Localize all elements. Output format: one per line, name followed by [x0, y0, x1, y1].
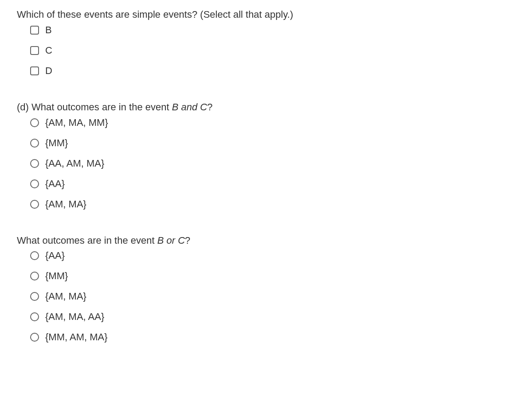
option-row[interactable]: {AM, MA, AA} [30, 312, 532, 322]
option-label: {AM, MA, AA} [45, 312, 104, 322]
radio-icon[interactable] [30, 292, 39, 301]
checkbox-icon[interactable] [30, 26, 39, 35]
question-prompt: What outcomes are in the event B or C? [17, 234, 532, 248]
option-label: D [45, 66, 52, 76]
question-prompt: (d) What outcomes are in the event B and… [17, 101, 532, 114]
radio-icon[interactable] [30, 139, 39, 148]
radio-icon[interactable] [30, 333, 39, 342]
radio-icon[interactable] [30, 200, 39, 209]
option-label: {AA, AM, MA} [45, 159, 104, 168]
question-prompt: Which of these events are simple events?… [17, 8, 532, 22]
option-row[interactable]: {MM} [30, 271, 532, 281]
option-row[interactable]: {AM, MA} [30, 199, 532, 209]
checkbox-icon[interactable] [30, 46, 39, 55]
option-label: B [45, 25, 52, 35]
option-row[interactable]: {AM, MA, MM} [30, 118, 532, 128]
option-row[interactable]: {AA} [30, 251, 532, 261]
option-label: {AM, MA} [45, 199, 86, 209]
option-label: {MM, AM, MA} [45, 332, 108, 342]
option-label: C [45, 46, 52, 55]
option-row[interactable]: D [30, 66, 532, 76]
options-group: {AA} {MM} {AM, MA} {AM, MA, AA} {MM, AM,… [17, 251, 532, 342]
quiz-page: Which of these events are simple events?… [0, 0, 532, 401]
prompt-prefix: (d) What outcomes are in the event [17, 101, 172, 113]
prompt-suffix: ? [207, 101, 212, 113]
option-label: {AA} [45, 251, 65, 261]
radio-icon[interactable] [30, 118, 39, 127]
prompt-italic: B and C [172, 101, 207, 113]
question-simple-events: Which of these events are simple events?… [17, 8, 532, 76]
radio-icon[interactable] [30, 272, 39, 280]
options-group: B C D [17, 25, 532, 76]
radio-icon[interactable] [30, 179, 39, 188]
option-label: {AM, MA} [45, 292, 86, 301]
option-label: {AM, MA, MM} [45, 118, 108, 128]
question-b-or-c: What outcomes are in the event B or C? {… [17, 234, 532, 343]
option-row[interactable]: {AA, AM, MA} [30, 159, 532, 168]
option-row[interactable]: {MM, AM, MA} [30, 332, 532, 342]
option-label: {MM} [45, 271, 68, 281]
option-row[interactable]: C [30, 46, 532, 55]
checkbox-icon[interactable] [30, 66, 39, 75]
radio-icon[interactable] [30, 159, 39, 168]
prompt-italic: B or C [157, 235, 185, 246]
prompt-suffix: ? [185, 235, 190, 246]
option-row[interactable]: {MM} [30, 138, 532, 148]
radio-icon[interactable] [30, 312, 39, 321]
option-label: {AA} [45, 179, 65, 189]
option-row[interactable]: {AM, MA} [30, 292, 532, 301]
option-label: {MM} [45, 138, 68, 148]
question-b-and-c: (d) What outcomes are in the event B and… [17, 101, 532, 209]
options-group: {AM, MA, MM} {MM} {AA, AM, MA} {AA} {AM,… [17, 118, 532, 209]
option-row[interactable]: B [30, 25, 532, 35]
radio-icon[interactable] [30, 251, 39, 260]
prompt-prefix: What outcomes are in the event [17, 235, 157, 246]
option-row[interactable]: {AA} [30, 179, 532, 189]
